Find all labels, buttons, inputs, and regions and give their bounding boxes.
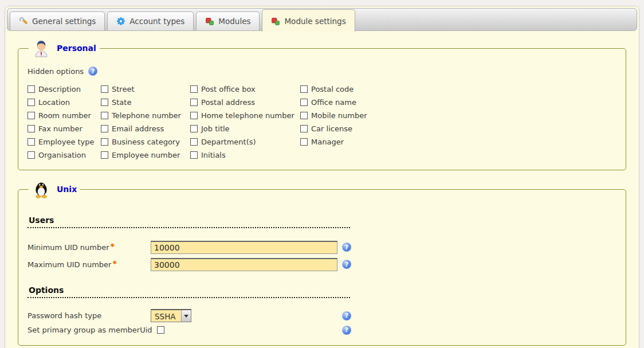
hidden-option-item[interactable]: State — [101, 96, 190, 109]
users-subsection-title: Users — [28, 216, 350, 228]
tux-icon — [32, 180, 50, 198]
help-icon[interactable] — [342, 260, 351, 269]
hidden-option-checkbox[interactable] — [190, 138, 198, 146]
hidden-option-item[interactable]: Department(s) — [190, 135, 300, 148]
hidden-option-item[interactable]: Job title — [190, 122, 300, 135]
hidden-option-item[interactable]: Telephone number — [101, 109, 190, 122]
modules-icon — [205, 17, 214, 26]
hidden-option-checkbox[interactable] — [28, 125, 35, 132]
tab-account-types[interactable]: Account types — [107, 11, 194, 30]
hidden-option-checkbox[interactable] — [101, 125, 108, 132]
hidden-option-checkbox[interactable] — [300, 138, 308, 146]
password-hash-value: SSHA — [151, 310, 181, 322]
hidden-option-item[interactable]: Employee number — [101, 148, 190, 162]
tab-module-settings[interactable]: Module settings — [262, 9, 355, 32]
hidden-option-item[interactable]: Description — [28, 83, 101, 96]
hidden-option-checkbox[interactable] — [101, 112, 108, 119]
password-hash-select[interactable]: SSHA — [151, 309, 191, 322]
hidden-option-checkbox[interactable] — [101, 138, 108, 146]
hidden-option-label: Office name — [311, 98, 356, 107]
hidden-option-label: Mobile number — [311, 111, 367, 120]
hidden-option-item[interactable]: Employee type — [28, 135, 101, 148]
hidden-option-item[interactable]: Location — [28, 96, 101, 109]
hidden-option-checkbox[interactable] — [190, 151, 198, 159]
unix-legend: Unix — [29, 180, 80, 198]
tab-label: Account types — [129, 17, 184, 26]
hidden-option-label: State — [112, 98, 131, 107]
required-asterisk-icon: ✱ — [112, 260, 117, 265]
hidden-option-checkbox[interactable] — [300, 85, 308, 93]
personal-legend: Personal — [29, 39, 100, 57]
person-icon — [32, 39, 50, 57]
member-uid-checkbox[interactable] — [157, 326, 164, 334]
hidden-option-label: Employee number — [112, 151, 180, 159]
password-hash-row: Password hash type SSHA — [28, 308, 616, 323]
options-fields: Password hash type SSHA Set primary grou… — [28, 308, 616, 337]
tab-label: Module settings — [284, 17, 345, 26]
minimum-uid-label: Minimum UID number✱ — [28, 243, 151, 252]
hidden-option-label: Department(s) — [201, 138, 256, 146]
hidden-option-label: Job title — [201, 124, 230, 133]
hidden-option-label: Car license — [311, 124, 352, 133]
hidden-option-checkbox[interactable] — [28, 138, 35, 146]
hidden-option-item[interactable]: Manager — [300, 135, 616, 148]
hidden-option-label: Room number — [38, 111, 91, 120]
hidden-option-checkbox[interactable] — [190, 85, 198, 93]
hidden-option-checkbox[interactable] — [101, 85, 108, 93]
hidden-option-label: Location — [38, 98, 70, 107]
tab-general-settings[interactable]: General settings — [10, 11, 105, 30]
hidden-option-item[interactable]: Office name — [300, 96, 616, 109]
hidden-option-item[interactable]: Home telephone number — [190, 109, 300, 122]
hidden-options-header: Hidden options — [28, 67, 616, 76]
hidden-option-item[interactable]: Email address — [101, 122, 190, 135]
gear-icon — [116, 17, 125, 26]
hidden-option-checkbox[interactable] — [28, 99, 35, 106]
module-settings-panel: Personal Hidden options DescriptionStree… — [7, 39, 637, 346]
hidden-option-item[interactable]: Business category — [101, 135, 190, 148]
hidden-option-checkbox[interactable] — [190, 125, 198, 132]
hidden-option-checkbox[interactable] — [300, 99, 308, 106]
member-uid-row: Set primary group as memberUid — [28, 323, 616, 337]
settings-window: General settings Account types — [5, 6, 639, 348]
hidden-option-checkbox[interactable] — [28, 151, 35, 159]
help-icon[interactable] — [88, 67, 97, 76]
hidden-option-item[interactable]: Mobile number — [300, 109, 616, 122]
hidden-option-item[interactable]: Fax number — [28, 122, 101, 135]
hidden-option-item[interactable]: Postal address — [190, 96, 300, 109]
hidden-option-label: Postal code — [311, 85, 354, 93]
hidden-option-checkbox[interactable] — [190, 112, 198, 119]
hidden-option-item[interactable]: Initials — [190, 148, 300, 162]
help-icon[interactable] — [342, 243, 351, 252]
unix-section: Unix Users Minimum UID number✱ Maximum U… — [18, 180, 626, 346]
hidden-option-checkbox[interactable] — [101, 99, 108, 106]
minimum-uid-input[interactable] — [151, 241, 337, 254]
hidden-option-checkbox[interactable] — [300, 125, 308, 132]
help-icon[interactable] — [342, 311, 351, 320]
hidden-option-item[interactable]: Organisation — [28, 148, 101, 162]
hidden-option-label: Initials — [201, 151, 226, 159]
hidden-option-item[interactable]: Street — [101, 83, 190, 96]
maximum-uid-input[interactable] — [151, 258, 337, 271]
tab-modules[interactable]: Modules — [196, 11, 260, 30]
required-asterisk-icon: ✱ — [111, 243, 115, 248]
hidden-option-checkbox[interactable] — [28, 85, 35, 93]
hidden-option-item[interactable]: Postal code — [300, 83, 616, 96]
hidden-option-checkbox[interactable] — [190, 99, 198, 106]
hidden-option-label: Fax number — [38, 124, 83, 133]
hidden-option-item[interactable]: Room number — [28, 109, 101, 122]
hidden-option-checkbox[interactable] — [300, 112, 308, 119]
hidden-option-item[interactable]: Car license — [300, 122, 616, 135]
help-icon[interactable] — [342, 326, 351, 335]
hidden-option-checkbox[interactable] — [101, 151, 108, 159]
personal-section: Personal Hidden options DescriptionStree… — [18, 39, 626, 170]
unix-legend-label: Unix — [57, 185, 77, 194]
hidden-option-checkbox[interactable] — [28, 112, 35, 119]
hidden-option-label: Postal address — [201, 98, 255, 107]
hidden-option-label: Street — [112, 85, 135, 93]
hidden-option-item[interactable]: Post office box — [190, 83, 300, 96]
tab-label: General settings — [32, 17, 96, 26]
hidden-option-label: Description — [38, 85, 81, 93]
personal-legend-label: Personal — [57, 44, 96, 53]
hidden-option-label: Manager — [311, 138, 344, 146]
hidden-option-label: Home telephone number — [201, 111, 294, 120]
